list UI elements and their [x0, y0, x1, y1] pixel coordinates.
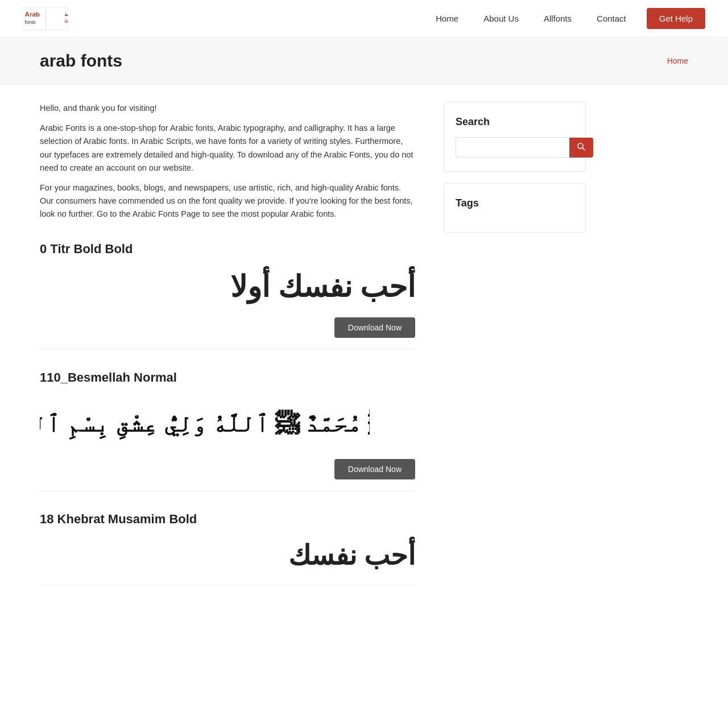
svg-text:﷽ مُحَمَّدٌ ﷺ ٱللَّهُ وَلِيُّ : ﷽ مُحَمَّدٌ ﷺ ٱللَّهُ وَلِيُّ عِشْقِ بِس… — [40, 410, 370, 440]
logo-area: Arab fonts الحطوط فيرعلا — [23, 6, 68, 31]
main-layout: Hello, and thank you for visiting! Arabi… — [0, 85, 728, 602]
sidebar: Search Tags — [432, 85, 597, 602]
tags-widget-title: Tags — [456, 197, 574, 209]
nav-contact[interactable]: Contact — [585, 9, 638, 28]
search-button[interactable] — [569, 138, 593, 158]
site-logo[interactable]: Arab fonts الحطوط فيرعلا — [23, 6, 68, 31]
main-nav: Home About Us Allfonts Contact Get Help — [424, 8, 705, 29]
breadcrumb-home[interactable]: Home — [667, 56, 688, 65]
download-button-1[interactable]: Download Now — [334, 317, 415, 338]
search-input[interactable] — [456, 137, 569, 158]
font-name-2: 110_Besmellah Normal — [40, 370, 415, 385]
svg-text:fonts: fonts — [25, 19, 36, 24]
intro-para2: For your magazines, books, blogs, and ne… — [40, 181, 415, 221]
font-entry-3: 18 Khebrat Musamim Bold أحب نفسك — [40, 512, 415, 585]
download-button-2[interactable]: Download Now — [334, 459, 415, 479]
font-preview-arabic-3: أحب نفسك — [40, 538, 415, 573]
font-name-3: 18 Khebrat Musamim Bold — [40, 512, 415, 527]
font-preview-arabic-1: أحب نفسك أولا — [40, 268, 415, 307]
svg-line-8 — [582, 148, 585, 150]
font-entry-2: 110_Besmellah Normal ﷽ مُحَمَّدٌ ﷺ ٱللَّ… — [40, 370, 415, 491]
greeting-text: Hello, and thank you for visiting! — [40, 102, 415, 115]
tags-widget: Tags — [444, 183, 586, 233]
font-entry-1: 0 Titr Bold Bold أحب نفسك أولا Download … — [40, 242, 415, 350]
intro-para1: Arabic Fonts is a one-stop-shop for Arab… — [40, 122, 415, 175]
svg-text:فيرعلا: فيرعلا — [64, 19, 68, 24]
search-widget-title: Search — [456, 116, 574, 128]
nav-about[interactable]: About Us — [472, 9, 530, 28]
font-preview-calligraphy-2: ﷽ مُحَمَّدٌ ﷺ ٱللَّهُ وَلِيُّ عِشْقِ بِس… — [40, 396, 370, 448]
content-area: Hello, and thank you for visiting! Arabi… — [23, 85, 432, 602]
site-header: Arab fonts الحطوط فيرعلا Home About Us A… — [0, 0, 728, 38]
get-help-button[interactable]: Get Help — [647, 8, 705, 29]
svg-text:Arab: Arab — [25, 11, 40, 18]
font-name-1: 0 Titr Bold Bold — [40, 242, 415, 257]
breadcrumb-bar: arab fonts Home — [0, 38, 728, 85]
page-title: arab fonts — [40, 51, 122, 71]
search-row — [456, 137, 574, 158]
svg-text:الحطوط: الحطوط — [64, 11, 68, 16]
search-widget: Search — [444, 102, 586, 172]
nav-allfonts[interactable]: Allfonts — [532, 9, 583, 28]
nav-home[interactable]: Home — [424, 9, 470, 28]
